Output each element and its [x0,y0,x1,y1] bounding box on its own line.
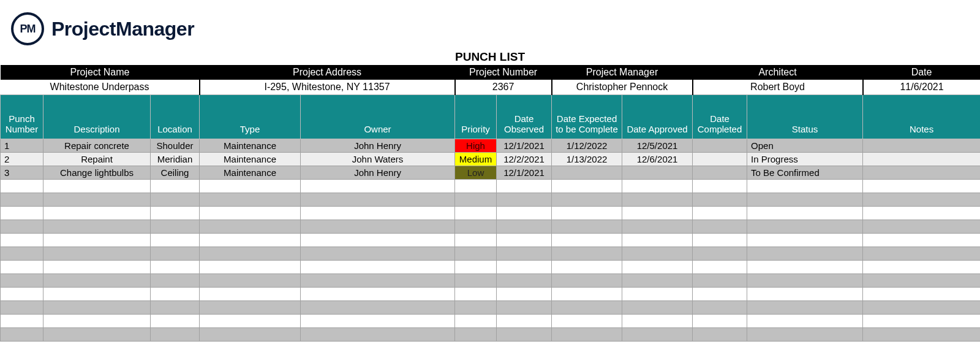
cell-empty[interactable] [622,179,693,193]
cell-owner[interactable]: John Henry [301,139,455,152]
cell-empty[interactable] [43,247,151,260]
cell-empty[interactable] [693,287,747,300]
cell-empty[interactable] [301,193,455,206]
cell-empty[interactable] [200,287,301,300]
cell-empty[interactable] [455,193,497,206]
cell-empty[interactable] [43,287,151,300]
cell-owner[interactable]: John Henry [301,166,455,179]
table-row-empty[interactable] [1,247,981,260]
table-row-empty[interactable] [1,327,981,341]
cell-empty[interactable] [200,179,301,193]
cell-empty[interactable] [622,220,693,233]
cell-priority[interactable]: Low [455,166,497,179]
table-row[interactable]: 1Repair concreteShoulderMaintenanceJohn … [1,139,981,152]
cell-empty[interactable] [497,300,552,314]
cell-empty[interactable] [1,260,43,273]
cell-empty[interactable] [301,314,455,327]
cell-date-approved[interactable] [622,166,693,179]
cell-empty[interactable] [151,220,200,233]
cell-date-expected[interactable] [552,166,622,179]
cell-date-completed[interactable] [693,139,747,152]
cell-empty[interactable] [301,220,455,233]
cell-empty[interactable] [455,314,497,327]
cell-empty[interactable] [622,206,693,220]
cell-empty[interactable] [151,314,200,327]
cell-empty[interactable] [863,179,980,193]
cell-empty[interactable] [455,247,497,260]
table-row-empty[interactable] [1,193,981,206]
cell-empty[interactable] [552,327,622,341]
cell-empty[interactable] [151,260,200,273]
cell-type[interactable]: Maintenance [200,139,301,152]
cell-empty[interactable] [151,193,200,206]
table-row-empty[interactable] [1,314,981,327]
cell-empty[interactable] [1,206,43,220]
cell-empty[interactable] [747,260,863,273]
cell-empty[interactable] [43,179,151,193]
cell-empty[interactable] [693,247,747,260]
cell-empty[interactable] [863,220,980,233]
cell-empty[interactable] [200,193,301,206]
cell-notes[interactable] [863,152,980,166]
cell-empty[interactable] [693,220,747,233]
cell-empty[interactable] [455,327,497,341]
cell-empty[interactable] [747,247,863,260]
cell-date-observed[interactable]: 12/1/2021 [497,139,552,152]
cell-empty[interactable] [43,260,151,273]
cell-date-completed[interactable] [693,166,747,179]
cell-location[interactable]: Shoulder [151,139,200,152]
cell-empty[interactable] [497,287,552,300]
table-row-empty[interactable] [1,273,981,287]
cell-status[interactable]: Open [747,139,863,152]
cell-empty[interactable] [693,233,747,247]
cell-date-approved[interactable]: 12/6/2021 [622,152,693,166]
cell-empty[interactable] [301,300,455,314]
table-row[interactable]: 2RepaintMeridianMaintenanceJohn WatersMe… [1,152,981,166]
cell-empty[interactable] [1,273,43,287]
cell-empty[interactable] [1,179,43,193]
cell-empty[interactable] [455,300,497,314]
cell-empty[interactable] [301,247,455,260]
cell-empty[interactable] [1,247,43,260]
cell-empty[interactable] [552,206,622,220]
cell-empty[interactable] [200,273,301,287]
cell-empty[interactable] [863,233,980,247]
cell-empty[interactable] [455,260,497,273]
cell-date-observed[interactable]: 12/1/2021 [497,166,552,179]
cell-empty[interactable] [622,314,693,327]
cell-empty[interactable] [747,327,863,341]
cell-empty[interactable] [552,314,622,327]
cell-empty[interactable] [622,287,693,300]
cell-empty[interactable] [43,233,151,247]
cell-date-expected[interactable]: 1/13/2022 [552,152,622,166]
cell-empty[interactable] [693,273,747,287]
cell-empty[interactable] [552,179,622,193]
cell-empty[interactable] [43,327,151,341]
table-row-empty[interactable] [1,260,981,273]
cell-empty[interactable] [863,260,980,273]
cell-empty[interactable] [151,300,200,314]
cell-description[interactable]: Change lightbulbs [43,166,151,179]
cell-empty[interactable] [455,179,497,193]
cell-empty[interactable] [863,287,980,300]
table-row-empty[interactable] [1,206,981,220]
cell-punch-number[interactable]: 1 [1,139,43,152]
cell-empty[interactable] [552,193,622,206]
cell-empty[interactable] [497,206,552,220]
cell-empty[interactable] [747,193,863,206]
cell-empty[interactable] [552,300,622,314]
cell-empty[interactable] [455,220,497,233]
cell-status[interactable]: To Be Confirmed [747,166,863,179]
cell-empty[interactable] [552,247,622,260]
cell-empty[interactable] [497,193,552,206]
cell-location[interactable]: Meridian [151,152,200,166]
cell-empty[interactable] [43,314,151,327]
cell-empty[interactable] [693,300,747,314]
cell-empty[interactable] [863,327,980,341]
cell-empty[interactable] [301,273,455,287]
cell-empty[interactable] [200,314,301,327]
cell-date-approved[interactable]: 12/5/2021 [622,139,693,152]
cell-empty[interactable] [622,260,693,273]
cell-empty[interactable] [863,273,980,287]
cell-empty[interactable] [693,327,747,341]
